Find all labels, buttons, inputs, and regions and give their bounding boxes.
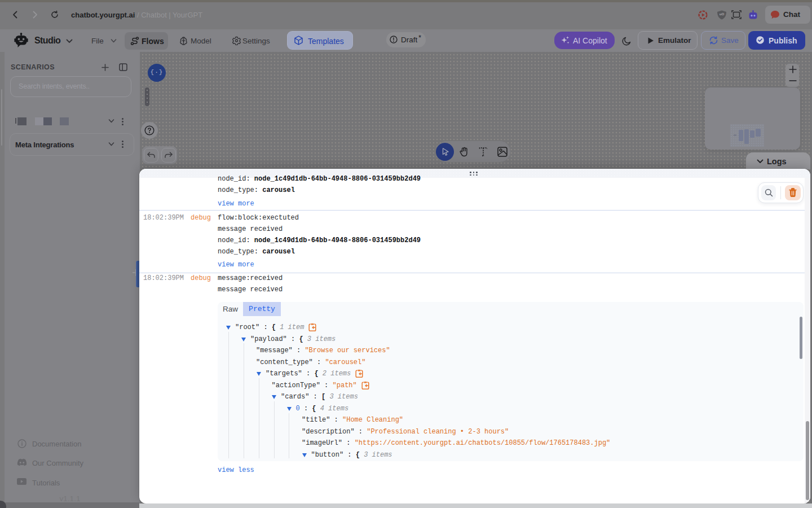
svg-text:uO: uO <box>720 12 725 16</box>
